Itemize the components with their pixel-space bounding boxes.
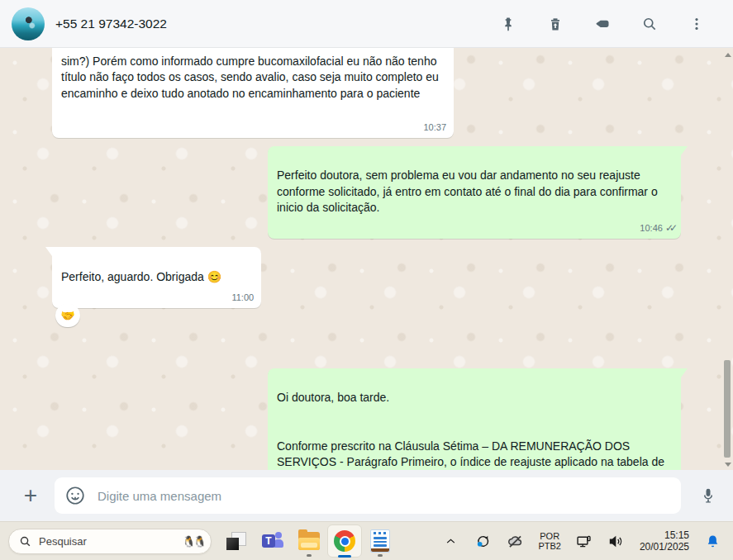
kebab-menu-icon[interactable] [687, 14, 707, 34]
system-tray: POR PTB2 15:15 20/01/2025 [441, 529, 725, 553]
chat-scrollbar[interactable] [722, 48, 733, 470]
taskbar-apps: T [218, 524, 398, 558]
teams-icon[interactable]: T [255, 524, 291, 558]
hidden-icons-chevron[interactable] [441, 532, 459, 550]
message-incoming-2[interactable]: Perfeito, aguardo. Obrigada 😊 11:00 [52, 247, 261, 308]
language-indicator[interactable]: POR PTB2 [538, 531, 561, 552]
message-column: sim?) Porém como informado cumpre bucoma… [52, 48, 681, 470]
taskbar-search-box[interactable]: Pesquisar 🐧🐧 [8, 529, 212, 554]
volume-icon[interactable] [607, 532, 626, 550]
header-actions [498, 14, 707, 34]
handshake-emoji: 🤝 [60, 309, 74, 322]
contact-avatar[interactable] [12, 7, 45, 40]
message-text: Oi doutora, boa tarde. Conforme prescrit… [277, 391, 664, 470]
message-time: 10:46✓✓ [640, 222, 674, 235]
trash-icon[interactable] [545, 14, 565, 34]
message-time: 11:00 [231, 292, 254, 304]
chat-header: +55 21 97342-3022 [0, 0, 733, 48]
taskbar-clock[interactable]: 15:15 20/01/2025 [640, 529, 689, 553]
attach-plus-button[interactable]: + [18, 483, 43, 508]
emoji-icon[interactable] [64, 485, 86, 506]
pin-icon[interactable] [498, 14, 518, 34]
chrome-icon[interactable] [327, 524, 362, 558]
message-input-container[interactable] [55, 477, 681, 514]
message-incoming-1[interactable]: sim?) Porém como informado cumpre bucoma… [52, 48, 454, 138]
scroll-down-arrow[interactable] [725, 463, 731, 467]
whatsapp-window: +55 21 97342-3022 sim?) Porém como infor… [0, 0, 733, 560]
delivered-ticks-icon: ✓✓ [665, 222, 674, 234]
label-icon[interactable] [593, 14, 612, 34]
search-icon [19, 535, 31, 548]
windows-taskbar: Pesquisar 🐧🐧 T [0, 521, 733, 560]
tray-time: 15:15 [640, 529, 689, 542]
update-restart-icon[interactable] [474, 532, 492, 550]
message-outgoing-2[interactable]: Oi doutora, boa tarde. Conforme prescrit… [268, 368, 681, 471]
cast-display-icon[interactable] [575, 532, 593, 550]
message-text: Perfeito, aguardo. Obrigada 😊 [61, 270, 221, 283]
tray-date: 20/01/2025 [640, 541, 689, 553]
message-text: sim?) Porém como informado cumpre bucoma… [61, 55, 439, 100]
message-reaction[interactable]: 🤝 [55, 304, 80, 327]
cloud-slash-icon[interactable] [506, 532, 524, 550]
notepad-icon[interactable] [362, 524, 398, 558]
microphone-icon[interactable] [697, 484, 720, 507]
task-view-icon[interactable] [218, 524, 255, 558]
message-composer: + [0, 470, 733, 521]
scrollbar-thumb[interactable] [724, 360, 731, 458]
search-icon[interactable] [640, 14, 659, 34]
chat-area: sim?) Porém como informado cumpre bucoma… [0, 48, 733, 470]
file-explorer-icon[interactable] [291, 524, 327, 558]
notification-bell-icon[interactable] [703, 532, 721, 550]
search-label: Pesquisar [39, 535, 175, 548]
scroll-up-arrow[interactable] [725, 53, 731, 57]
message-text: Perfeito doutora, sem problema eu vou da… [277, 168, 658, 214]
message-time: 10:37 [423, 121, 446, 134]
message-outgoing-1[interactable]: Perfeito doutora, sem problema eu vou da… [268, 146, 681, 240]
message-input[interactable] [96, 488, 671, 504]
contact-name[interactable]: +55 21 97342-3022 [55, 17, 167, 31]
search-highlight-image: 🐧🐧 [183, 535, 204, 548]
